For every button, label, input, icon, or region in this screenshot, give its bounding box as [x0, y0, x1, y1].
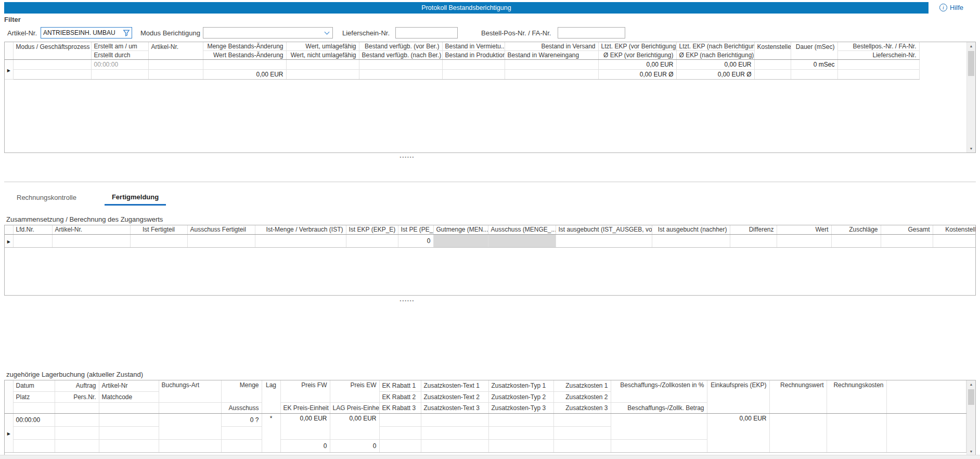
modus-berichtigung-select[interactable] [203, 27, 333, 39]
col-header-bestand-vermietung[interactable]: Bestand in Vermietu... [442, 42, 505, 51]
grid1-vertical-scrollbar[interactable]: ▲ ▼ [966, 42, 975, 152]
col-header-ek-preis-einheit[interactable]: EK Preis-Einheit [280, 402, 330, 413]
col-header-bestand-verfuegbar-nach[interactable]: Bestand verfügb. (nach Ber.) [359, 51, 442, 60]
cell-menge[interactable]: 0 ? [221, 413, 262, 426]
col-header-zusatzkosten-text-3[interactable]: Zusatzkosten-Text 3 [421, 402, 488, 413]
col-header-auftrag[interactable]: Auftrag [55, 380, 99, 391]
col-header-avg-ekp-nach[interactable]: Ø EKP (nach Berichtigung) [676, 51, 754, 60]
col-header-erstellt-am[interactable]: Erstellt am / um [91, 42, 148, 51]
col-header-ausschuss[interactable]: Ausschuss [221, 402, 262, 413]
col-header-wert[interactable]: Wert [777, 225, 831, 234]
col-header-ek-rabatt-2[interactable]: EK Rabatt 2 [379, 391, 421, 402]
col-header-kostenstelle[interactable]: Kostenstelle [933, 225, 976, 234]
col-header-ist-ekp[interactable]: Ist EKP (EKP_E) [346, 225, 398, 234]
col-header-gesamt[interactable]: Gesamt [881, 225, 933, 234]
col-header-ist-pe[interactable]: Ist PE (PE_E) [398, 225, 433, 234]
table-row[interactable]: ▶ 00:00:00 0,00 EUR 0,00 EUR 0 mSec [5, 60, 919, 70]
col-header-wert-nicht-umlagefaehig[interactable]: Wert, nicht umlagefähig [286, 51, 359, 60]
col-header-beschaffung-zollk-betrag[interactable]: Beschaffungs-/Zollk. Betrag [611, 402, 707, 413]
col-header-zusatzkosten-1[interactable]: Zusatzkosten 1 [553, 380, 611, 391]
col-header-lfd-nr[interactable]: Lfd.Nr. [13, 225, 52, 234]
col-header-ist-ausgebucht-nachher[interactable]: Ist ausgebucht (nachher) [652, 225, 730, 234]
col-header-ltzt-ekp-nach[interactable]: Ltzt. EKP (nach Berichtigung) [676, 42, 754, 51]
cell-avg-ekp-nach[interactable]: 0,00 EUR Ø [676, 70, 754, 80]
lieferschein-nr-input[interactable] [395, 27, 458, 39]
col-header-ek-rabatt-3[interactable]: EK Rabatt 3 [379, 402, 421, 413]
col-header-modus-geschaeftsprozess[interactable]: Modus / Geschäftsprozess [13, 42, 91, 60]
cell-avg-ekp-vor[interactable]: 0,00 EUR Ø [598, 70, 676, 80]
cell-wert-bestands-aenderung[interactable]: 0,00 EUR [203, 70, 286, 80]
col-header-lag-preis-einheit[interactable]: LAG Preis-Einheit [330, 402, 379, 413]
col-header-avg-ekp-vor[interactable]: Ø EKP (vor Berichtigung) [598, 51, 676, 60]
help-button[interactable]: i Hilfe [939, 4, 963, 11]
cell-datum[interactable]: 00:00:00 [13, 413, 55, 426]
table-row[interactable]: ▶ 0 [5, 234, 976, 247]
col-header-zusatzkosten-3[interactable]: Zusatzkosten 3 [553, 402, 611, 413]
scroll-down-icon[interactable]: ▼ [967, 448, 975, 455]
col-header-platz[interactable]: Platz [13, 391, 55, 402]
table-row[interactable]: ▶ 00:00:00 0 ? * 0,00 EUR 0,00 EUR 0,00 … [5, 413, 966, 426]
col-header-gutmenge[interactable]: Gutmenge (MEN... [433, 225, 488, 234]
cell-preis-ew[interactable]: 0,00 EUR [330, 413, 379, 439]
col-header-bestellpos-nr[interactable]: Bestellpos.-Nr. / FA-Nr. [837, 42, 919, 51]
col-header-datum[interactable]: Datum [13, 380, 55, 391]
col-header-wert-umlagefaehig[interactable]: Wert, umlagefähig [286, 42, 359, 51]
col-header-preis-fw[interactable]: Preis FW [280, 380, 330, 402]
cell-ek-preis-einheit[interactable]: 0 [280, 439, 330, 452]
scroll-down-icon[interactable]: ▼ [967, 145, 975, 152]
col-header-zusatzkosten-typ-3[interactable]: Zusatzkosten-Typ 3 [488, 402, 553, 413]
col-header-differenz[interactable]: Differenz [730, 225, 777, 234]
window-horizontal-scrollbar[interactable] [0, 455, 980, 459]
col-header-menge-bestands-aenderung[interactable]: Menge Bestands-Änderung [203, 42, 286, 51]
cell-buchungs-art[interactable] [159, 413, 221, 439]
col-header-ist-fertigteil[interactable]: Ist Fertigteil [130, 225, 187, 234]
col-header-lag[interactable]: Lag [262, 380, 280, 413]
col-header-zuschlaege[interactable]: Zuschläge [831, 225, 881, 234]
col-header-artikel-nr[interactable]: Artikel-Nr [99, 380, 159, 391]
cell-lag[interactable]: * [262, 413, 280, 452]
col-header-erstellt-durch[interactable]: Erstellt durch [91, 51, 148, 60]
col-header-zusatzkosten-typ-2[interactable]: Zusatzkosten-Typ 2 [488, 391, 553, 402]
cell-preis-fw[interactable]: 0,00 EUR [280, 413, 330, 439]
col-header-ek-rabatt-1[interactable]: EK Rabatt 1 [379, 380, 421, 391]
col-header-kostenstelle[interactable]: Kostenstelle [754, 42, 791, 60]
col-header-buchungs-art[interactable]: Buchungs-Art [159, 380, 221, 402]
splitter-handle[interactable]: •••••• [0, 155, 815, 159]
artikel-nr-input[interactable] [41, 27, 132, 39]
col-header-einkaufspreis-ekp[interactable]: Einkaufspreis (EKP) [707, 380, 769, 413]
scrollbar-thumb[interactable] [968, 51, 974, 76]
grid3-vertical-scrollbar[interactable]: ▲ ▼ [966, 380, 975, 455]
scroll-up-icon[interactable]: ▲ [967, 42, 975, 50]
cell-einkaufspreis-ekp[interactable]: 0,00 EUR [707, 413, 769, 452]
col-header-rechnungswert[interactable]: Rechnungswert [769, 380, 827, 413]
col-header-ltzt-ekp-vor[interactable]: Ltzt. EKP (vor Berichtigung) [598, 42, 676, 51]
tab-rechnungskontrolle[interactable]: Rechnungskontrolle [16, 191, 78, 206]
col-header-rechnungskosten[interactable]: Rechnungskosten [827, 380, 886, 413]
col-header-ausschuss-menge[interactable]: Ausschuss (MENGE_... [488, 225, 556, 234]
col-header-bestand-wareneingang[interactable]: Bestand in Wareneingang [505, 51, 598, 60]
cell-ist-pe[interactable]: 0 [398, 234, 433, 247]
col-header-bestand-produktion[interactable]: Bestand in Produktion [442, 51, 505, 60]
bestell-pos-nr-input[interactable] [558, 27, 625, 39]
col-header-zusatzkosten-text-1[interactable]: Zusatzkosten-Text 1 [421, 380, 488, 391]
cell-ltzt-ekp-vor[interactable]: 0,00 EUR [598, 60, 676, 70]
col-header-dauer[interactable]: Dauer (mSec) [791, 42, 837, 60]
col-header-preis-ew[interactable]: Preis EW [330, 380, 379, 402]
col-header-pers-nr[interactable]: Pers.Nr. [55, 391, 99, 402]
col-header-artikel-nr[interactable]: Artikel-Nr. [148, 42, 203, 60]
scrollbar-thumb[interactable] [968, 389, 974, 405]
cell-ltzt-ekp-nach[interactable]: 0,00 EUR [676, 60, 754, 70]
col-header-matchcode[interactable]: Matchcode [99, 391, 159, 402]
cell-erstellt-am[interactable]: 00:00:00 [91, 60, 148, 70]
col-header-ist-menge-verbrauch[interactable]: Ist-Menge / Verbrauch (IST) [255, 225, 346, 234]
col-header-ausschuss-fertigteil[interactable]: Ausschuss Fertigteil [187, 225, 255, 234]
col-header-zusatzkosten-typ-1[interactable]: Zusatzkosten-Typ 1 [488, 380, 553, 391]
table-row[interactable]: 0,00 EUR 0,00 EUR Ø 0,00 EUR Ø [5, 70, 919, 80]
col-header-lieferschein-nr[interactable]: Lieferschein-Nr. [837, 51, 919, 60]
col-header-bestand-verfuegbar-vor[interactable]: Bestand verfügb. (vor Ber.) [359, 42, 442, 51]
col-header-ist-ausgebucht-vor[interactable]: Ist ausgebucht (IST_AUSGEB, vor... [556, 225, 652, 234]
col-header-artikel-nr[interactable]: Artikel-Nr. [52, 225, 130, 234]
col-header-wert-bestands-aenderung[interactable]: Wert Bestands-Änderung [203, 51, 286, 60]
cell-lag-preis-einheit[interactable]: 0 [330, 439, 379, 452]
col-header-menge[interactable]: Menge [221, 380, 262, 402]
